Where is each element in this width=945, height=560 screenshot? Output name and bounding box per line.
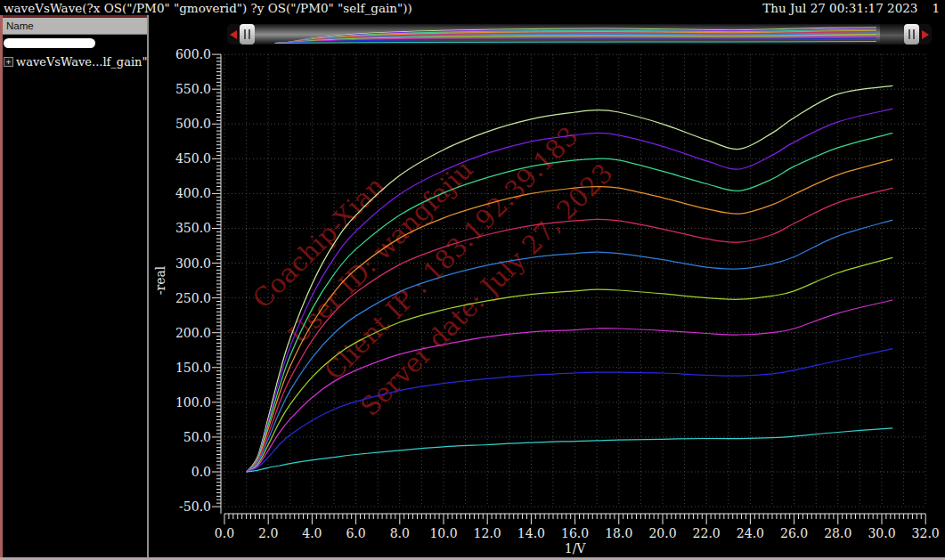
mini-curve-10 — [275, 42, 876, 44]
waveform-minimap — [255, 24, 880, 45]
svg-text:4.0: 4.0 — [302, 526, 322, 540]
range-right-handle[interactable] — [904, 24, 919, 45]
svg-text:8.0: 8.0 — [390, 526, 410, 540]
svg-text:6.0: 6.0 — [346, 526, 365, 540]
right-arrow-icon — [922, 30, 929, 39]
plot-canvas[interactable]: Coachip-XianUser ID: wangfajiuClient IP … — [0, 0, 945, 560]
y-tick-labels: -50.00.050.0100.0150.0200.0250.0300.0350… — [175, 47, 211, 514]
scrollbar-recessed-area — [880, 24, 904, 45]
svg-text:400.0: 400.0 — [175, 186, 211, 200]
watermark: Coachip-XianUser ID: wangfajiuClient IP … — [247, 49, 620, 422]
svg-text:18.0: 18.0 — [605, 526, 632, 540]
svg-text:24.0: 24.0 — [737, 526, 764, 540]
svg-text:50.0: 50.0 — [183, 430, 211, 444]
svg-text:0.0: 0.0 — [191, 465, 211, 479]
svg-text:-50.0: -50.0 — [179, 499, 211, 514]
grip-icon — [913, 29, 915, 39]
left-arrow-icon — [230, 30, 237, 39]
x-axis — [224, 514, 925, 524]
svg-text:2.0: 2.0 — [258, 526, 278, 540]
application-window: waveVsWave(?x OS("/PM0" "gmoverid") ?y O… — [0, 0, 945, 560]
y-axis — [212, 54, 221, 514]
curve-10 — [247, 428, 893, 472]
window-frame-left — [0, 15, 3, 560]
y-axis-title: -real — [153, 265, 167, 295]
svg-text:500.0: 500.0 — [175, 117, 211, 131]
svg-text:28.0: 28.0 — [824, 526, 851, 540]
svg-text:250.0: 250.0 — [175, 291, 211, 305]
svg-text:0.0: 0.0 — [215, 526, 234, 540]
svg-text:30.0: 30.0 — [868, 526, 895, 540]
svg-text:20.0: 20.0 — [648, 526, 676, 540]
scroll-left-button[interactable] — [227, 24, 240, 45]
svg-text:14.0: 14.0 — [517, 526, 545, 540]
x-tick-labels: 0.02.04.06.08.010.012.014.016.018.020.02… — [215, 526, 940, 540]
svg-text:300.0: 300.0 — [175, 256, 211, 271]
svg-text:10.0: 10.0 — [429, 526, 457, 540]
grip-icon — [908, 29, 910, 39]
range-left-handle[interactable] — [240, 24, 255, 45]
sidebar-separator[interactable] — [147, 15, 149, 557]
x-axis-title: 1/V — [565, 541, 587, 556]
svg-text:16.0: 16.0 — [561, 526, 589, 540]
scroll-right-button[interactable] — [919, 24, 932, 45]
grip-icon — [248, 29, 250, 39]
svg-text:100.0: 100.0 — [175, 395, 211, 410]
svg-text:350.0: 350.0 — [175, 221, 211, 235]
svg-text:200.0: 200.0 — [175, 326, 211, 340]
pan-zoom-scrollbar[interactable] — [227, 24, 932, 45]
svg-text:450.0: 450.0 — [175, 151, 211, 166]
svg-text:26.0: 26.0 — [780, 526, 808, 540]
svg-text:150.0: 150.0 — [175, 361, 211, 375]
scrollbar-track[interactable] — [255, 24, 880, 45]
svg-text:12.0: 12.0 — [474, 526, 501, 540]
svg-text:32.0: 32.0 — [912, 526, 940, 540]
grip-icon — [244, 29, 246, 39]
svg-text:600.0: 600.0 — [175, 47, 211, 61]
svg-text:550.0: 550.0 — [175, 82, 211, 96]
svg-text:22.0: 22.0 — [693, 526, 721, 540]
